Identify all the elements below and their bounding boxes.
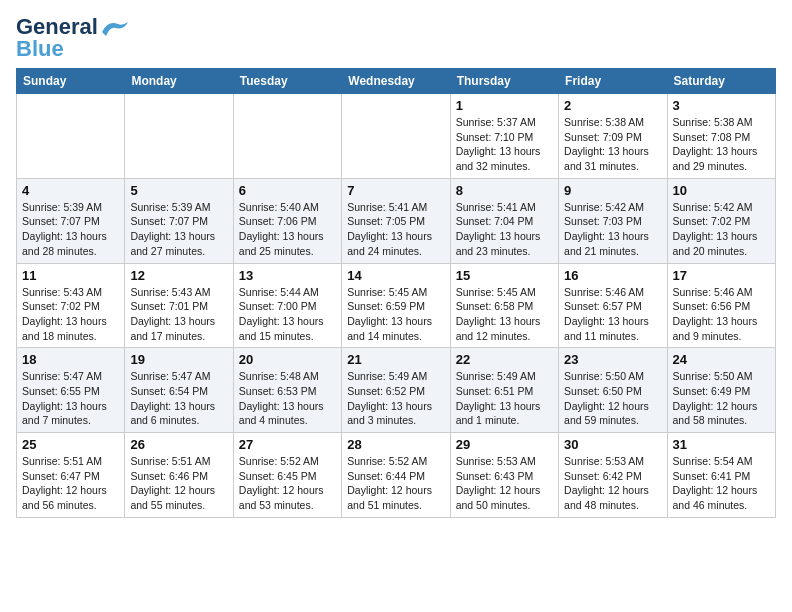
logo: GeneralBlue <box>16 16 130 60</box>
calendar-cell: 3Sunrise: 5:38 AM Sunset: 7:08 PM Daylig… <box>667 94 775 179</box>
calendar-cell: 9Sunrise: 5:42 AM Sunset: 7:03 PM Daylig… <box>559 178 667 263</box>
day-info: Sunrise: 5:54 AM Sunset: 6:41 PM Dayligh… <box>673 454 770 513</box>
day-number: 13 <box>239 268 336 283</box>
calendar-header-row: SundayMondayTuesdayWednesdayThursdayFrid… <box>17 69 776 94</box>
day-info: Sunrise: 5:45 AM Sunset: 6:59 PM Dayligh… <box>347 285 444 344</box>
day-number: 18 <box>22 352 119 367</box>
calendar-cell: 7Sunrise: 5:41 AM Sunset: 7:05 PM Daylig… <box>342 178 450 263</box>
calendar-cell: 19Sunrise: 5:47 AM Sunset: 6:54 PM Dayli… <box>125 348 233 433</box>
day-info: Sunrise: 5:53 AM Sunset: 6:42 PM Dayligh… <box>564 454 661 513</box>
logo-blue: Blue <box>16 36 64 61</box>
day-number: 1 <box>456 98 553 113</box>
day-number: 2 <box>564 98 661 113</box>
calendar-cell <box>342 94 450 179</box>
calendar-cell: 11Sunrise: 5:43 AM Sunset: 7:02 PM Dayli… <box>17 263 125 348</box>
day-number: 5 <box>130 183 227 198</box>
column-header-thursday: Thursday <box>450 69 558 94</box>
calendar-cell: 14Sunrise: 5:45 AM Sunset: 6:59 PM Dayli… <box>342 263 450 348</box>
day-info: Sunrise: 5:50 AM Sunset: 6:50 PM Dayligh… <box>564 369 661 428</box>
day-info: Sunrise: 5:38 AM Sunset: 7:08 PM Dayligh… <box>673 115 770 174</box>
column-header-saturday: Saturday <box>667 69 775 94</box>
calendar-cell: 24Sunrise: 5:50 AM Sunset: 6:49 PM Dayli… <box>667 348 775 433</box>
day-info: Sunrise: 5:51 AM Sunset: 6:47 PM Dayligh… <box>22 454 119 513</box>
day-info: Sunrise: 5:45 AM Sunset: 6:58 PM Dayligh… <box>456 285 553 344</box>
day-number: 10 <box>673 183 770 198</box>
day-number: 29 <box>456 437 553 452</box>
day-info: Sunrise: 5:39 AM Sunset: 7:07 PM Dayligh… <box>22 200 119 259</box>
column-header-tuesday: Tuesday <box>233 69 341 94</box>
day-number: 21 <box>347 352 444 367</box>
column-header-wednesday: Wednesday <box>342 69 450 94</box>
day-number: 31 <box>673 437 770 452</box>
day-info: Sunrise: 5:47 AM Sunset: 6:54 PM Dayligh… <box>130 369 227 428</box>
day-number: 30 <box>564 437 661 452</box>
day-number: 19 <box>130 352 227 367</box>
calendar-week-row: 25Sunrise: 5:51 AM Sunset: 6:47 PM Dayli… <box>17 433 776 518</box>
day-info: Sunrise: 5:53 AM Sunset: 6:43 PM Dayligh… <box>456 454 553 513</box>
calendar-week-row: 1Sunrise: 5:37 AM Sunset: 7:10 PM Daylig… <box>17 94 776 179</box>
calendar-table: SundayMondayTuesdayWednesdayThursdayFrid… <box>16 68 776 518</box>
day-info: Sunrise: 5:41 AM Sunset: 7:04 PM Dayligh… <box>456 200 553 259</box>
day-number: 25 <box>22 437 119 452</box>
day-number: 3 <box>673 98 770 113</box>
calendar-cell: 21Sunrise: 5:49 AM Sunset: 6:52 PM Dayli… <box>342 348 450 433</box>
day-number: 16 <box>564 268 661 283</box>
day-number: 15 <box>456 268 553 283</box>
calendar-week-row: 18Sunrise: 5:47 AM Sunset: 6:55 PM Dayli… <box>17 348 776 433</box>
day-info: Sunrise: 5:49 AM Sunset: 6:51 PM Dayligh… <box>456 369 553 428</box>
calendar-cell: 18Sunrise: 5:47 AM Sunset: 6:55 PM Dayli… <box>17 348 125 433</box>
day-number: 22 <box>456 352 553 367</box>
calendar-cell: 4Sunrise: 5:39 AM Sunset: 7:07 PM Daylig… <box>17 178 125 263</box>
day-info: Sunrise: 5:42 AM Sunset: 7:02 PM Dayligh… <box>673 200 770 259</box>
day-number: 7 <box>347 183 444 198</box>
calendar-cell: 27Sunrise: 5:52 AM Sunset: 6:45 PM Dayli… <box>233 433 341 518</box>
day-number: 6 <box>239 183 336 198</box>
day-info: Sunrise: 5:48 AM Sunset: 6:53 PM Dayligh… <box>239 369 336 428</box>
calendar-cell: 15Sunrise: 5:45 AM Sunset: 6:58 PM Dayli… <box>450 263 558 348</box>
calendar-week-row: 11Sunrise: 5:43 AM Sunset: 7:02 PM Dayli… <box>17 263 776 348</box>
calendar-cell: 2Sunrise: 5:38 AM Sunset: 7:09 PM Daylig… <box>559 94 667 179</box>
day-info: Sunrise: 5:46 AM Sunset: 6:56 PM Dayligh… <box>673 285 770 344</box>
day-number: 14 <box>347 268 444 283</box>
calendar-cell: 29Sunrise: 5:53 AM Sunset: 6:43 PM Dayli… <box>450 433 558 518</box>
calendar-cell: 1Sunrise: 5:37 AM Sunset: 7:10 PM Daylig… <box>450 94 558 179</box>
calendar-cell: 23Sunrise: 5:50 AM Sunset: 6:50 PM Dayli… <box>559 348 667 433</box>
calendar-cell: 8Sunrise: 5:41 AM Sunset: 7:04 PM Daylig… <box>450 178 558 263</box>
day-number: 11 <box>22 268 119 283</box>
calendar-cell: 17Sunrise: 5:46 AM Sunset: 6:56 PM Dayli… <box>667 263 775 348</box>
day-info: Sunrise: 5:47 AM Sunset: 6:55 PM Dayligh… <box>22 369 119 428</box>
calendar-week-row: 4Sunrise: 5:39 AM Sunset: 7:07 PM Daylig… <box>17 178 776 263</box>
day-info: Sunrise: 5:52 AM Sunset: 6:44 PM Dayligh… <box>347 454 444 513</box>
day-info: Sunrise: 5:43 AM Sunset: 7:01 PM Dayligh… <box>130 285 227 344</box>
calendar-cell: 25Sunrise: 5:51 AM Sunset: 6:47 PM Dayli… <box>17 433 125 518</box>
calendar-cell: 26Sunrise: 5:51 AM Sunset: 6:46 PM Dayli… <box>125 433 233 518</box>
calendar-cell: 13Sunrise: 5:44 AM Sunset: 7:00 PM Dayli… <box>233 263 341 348</box>
day-info: Sunrise: 5:49 AM Sunset: 6:52 PM Dayligh… <box>347 369 444 428</box>
page-header: GeneralBlue <box>16 16 776 60</box>
day-info: Sunrise: 5:50 AM Sunset: 6:49 PM Dayligh… <box>673 369 770 428</box>
calendar-cell: 10Sunrise: 5:42 AM Sunset: 7:02 PM Dayli… <box>667 178 775 263</box>
day-info: Sunrise: 5:37 AM Sunset: 7:10 PM Dayligh… <box>456 115 553 174</box>
day-number: 9 <box>564 183 661 198</box>
column-header-monday: Monday <box>125 69 233 94</box>
day-number: 17 <box>673 268 770 283</box>
day-info: Sunrise: 5:46 AM Sunset: 6:57 PM Dayligh… <box>564 285 661 344</box>
calendar-cell: 6Sunrise: 5:40 AM Sunset: 7:06 PM Daylig… <box>233 178 341 263</box>
calendar-cell: 28Sunrise: 5:52 AM Sunset: 6:44 PM Dayli… <box>342 433 450 518</box>
day-number: 24 <box>673 352 770 367</box>
logo-bird-icon <box>100 18 130 40</box>
calendar-cell <box>17 94 125 179</box>
calendar-cell: 22Sunrise: 5:49 AM Sunset: 6:51 PM Dayli… <box>450 348 558 433</box>
day-number: 12 <box>130 268 227 283</box>
calendar-cell: 12Sunrise: 5:43 AM Sunset: 7:01 PM Dayli… <box>125 263 233 348</box>
calendar-cell: 31Sunrise: 5:54 AM Sunset: 6:41 PM Dayli… <box>667 433 775 518</box>
calendar-cell: 16Sunrise: 5:46 AM Sunset: 6:57 PM Dayli… <box>559 263 667 348</box>
day-info: Sunrise: 5:42 AM Sunset: 7:03 PM Dayligh… <box>564 200 661 259</box>
calendar-cell: 30Sunrise: 5:53 AM Sunset: 6:42 PM Dayli… <box>559 433 667 518</box>
day-info: Sunrise: 5:38 AM Sunset: 7:09 PM Dayligh… <box>564 115 661 174</box>
calendar-cell <box>233 94 341 179</box>
day-number: 8 <box>456 183 553 198</box>
calendar-cell: 20Sunrise: 5:48 AM Sunset: 6:53 PM Dayli… <box>233 348 341 433</box>
day-number: 26 <box>130 437 227 452</box>
day-number: 23 <box>564 352 661 367</box>
